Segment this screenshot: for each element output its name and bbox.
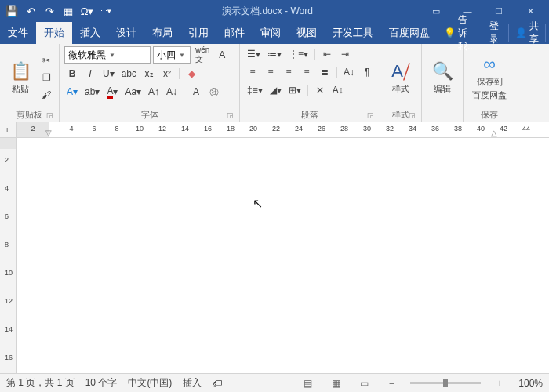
align-center-icon[interactable]: ≡ <box>263 64 278 80</box>
status-mode[interactable]: 插入 <box>183 376 202 390</box>
view-web-icon[interactable]: ▭ <box>355 376 373 390</box>
align-right-icon[interactable]: ≡ <box>281 64 296 80</box>
ruler-corner[interactable]: L <box>0 122 17 137</box>
strike-button[interactable]: abc <box>119 66 139 82</box>
superscript-button[interactable]: x² <box>159 66 175 82</box>
cut-icon[interactable]: ✂ <box>38 53 54 68</box>
indent-inc-icon[interactable]: ⇥ <box>337 46 353 62</box>
undo-icon[interactable]: ↶ <box>22 2 39 20</box>
status-lang[interactable]: 中文(中国) <box>128 376 172 390</box>
launcher-icon[interactable]: ◲ <box>407 111 416 121</box>
qat-customize-icon[interactable]: ⋯▾ <box>97 2 115 20</box>
save-to-label: 保存到 <box>477 76 503 88</box>
group-edit: 🔍 编辑 <box>422 44 464 122</box>
save-to-baidu-button[interactable]: ∞ 保存到 百度网盘 <box>468 46 511 109</box>
shading-icon[interactable]: ◢▾ <box>267 82 284 98</box>
multilevel-icon[interactable]: ⋮≡▾ <box>286 46 311 62</box>
cloud-icon: ∞ <box>483 54 496 74</box>
vertical-ruler[interactable]: 246810121416 <box>0 138 17 378</box>
numbering-icon[interactable]: ≔▾ <box>265 46 284 62</box>
ruler-tick: 8 <box>5 241 9 249</box>
char-border-icon[interactable]: A <box>214 47 230 63</box>
bold-button[interactable]: B <box>64 66 80 82</box>
group-paragraph: ☰▾ ≔▾ ⋮≡▾ ⇤ ⇥ ≡ ≡ ≡ ≡ ≣ A↓ ¶ ‡≡▾ ◢▾ ⊞▾ <box>240 44 380 122</box>
maximize-icon[interactable]: ☐ <box>483 2 514 20</box>
zoom-out-button[interactable]: − <box>384 376 399 391</box>
tab-view[interactable]: 视图 <box>289 22 325 44</box>
subscript-button[interactable]: x₂ <box>141 66 157 82</box>
status-words[interactable]: 10 个字 <box>85 376 118 390</box>
justify-icon[interactable]: ≡ <box>299 64 314 80</box>
ruler-tick: 10 <box>136 125 144 132</box>
text-effects-icon[interactable]: A▾ <box>64 84 80 100</box>
indent-dec-icon[interactable]: ⇤ <box>319 46 335 62</box>
char-scale-icon[interactable]: Aa▾ <box>122 84 144 100</box>
document-page[interactable]: ↖ <box>17 138 549 378</box>
launcher-icon[interactable]: ◲ <box>45 111 54 121</box>
ruler-tick: 12 <box>158 125 166 132</box>
zoom-in-button[interactable]: + <box>492 376 507 391</box>
ribbon-options-icon[interactable]: ▭ <box>420 2 452 20</box>
login-button[interactable]: 登录 <box>483 24 507 42</box>
shrink-font-icon[interactable]: A↓ <box>164 84 180 100</box>
sort-icon[interactable]: A↓ <box>341 64 357 80</box>
launcher-icon[interactable]: ◲ <box>225 111 235 121</box>
format-painter-icon[interactable]: 🖌 <box>38 87 54 103</box>
redo-icon[interactable]: ↷ <box>41 2 58 20</box>
grow-font-icon[interactable]: A↑ <box>146 84 162 100</box>
font-size-combo[interactable]: 小四▼ <box>153 46 191 64</box>
ruler-tick: 40 <box>477 125 485 132</box>
snap-grid-icon[interactable]: ✕ <box>312 82 328 98</box>
zoom-slider[interactable] <box>410 382 481 384</box>
enclosed-char-icon[interactable]: A <box>188 84 204 100</box>
status-extra[interactable]: 🏷 <box>213 378 222 389</box>
tab-design[interactable]: 设计 <box>108 22 144 44</box>
view-print-icon[interactable]: ▦ <box>327 376 344 390</box>
italic-button[interactable]: I <box>82 66 98 82</box>
highlight-icon[interactable]: ab▾ <box>82 84 102 100</box>
indent-marker-icon[interactable]: △ <box>491 129 497 137</box>
tab-developer[interactable]: 开发工具 <box>325 22 381 44</box>
tell-me[interactable]: 💡 告诉我... <box>438 24 482 42</box>
styles-button[interactable]: A⧸ 样式 <box>385 46 416 109</box>
tab-insert[interactable]: 插入 <box>72 22 108 44</box>
paste-button[interactable]: 📋 粘贴 <box>5 46 36 109</box>
tab-baidu[interactable]: 百度网盘 <box>381 22 438 44</box>
tab-review[interactable]: 审阅 <box>253 22 289 44</box>
tab-home[interactable]: 开始 <box>36 22 72 44</box>
ribbon-tabs: 文件 开始 插入 设计 布局 引用 邮件 审阅 视图 开发工具 百度网盘 💡 告… <box>0 22 549 44</box>
para-btn2[interactable]: A↕ <box>330 82 346 98</box>
omega-icon[interactable]: Ω▾ <box>78 2 96 20</box>
close-icon[interactable]: ✕ <box>514 2 546 20</box>
tab-file[interactable]: 文件 <box>0 22 36 44</box>
edit-button[interactable]: 🔍 编辑 <box>427 46 458 109</box>
view-read-icon[interactable]: ▤ <box>299 376 316 390</box>
line-spacing-icon[interactable]: ‡≡▾ <box>245 82 265 98</box>
circle-char-icon[interactable]: ㊓ <box>206 84 222 100</box>
ruler-tick: 36 <box>431 125 439 132</box>
phonetic-guide-icon[interactable]: wén文 <box>193 47 212 63</box>
tab-layout[interactable]: 布局 <box>144 22 180 44</box>
show-marks-icon[interactable]: ¶ <box>359 64 375 80</box>
font-color-icon[interactable]: A▾ <box>104 84 120 100</box>
save-icon[interactable]: 💾 <box>3 2 20 20</box>
share-button[interactable]: 👤 共享 <box>508 24 546 42</box>
horizontal-ruler[interactable]: L 2 ▽ △ 46810121416182022242628303234363… <box>0 122 549 138</box>
tab-references[interactable]: 引用 <box>180 22 216 44</box>
zoom-thumb[interactable] <box>443 379 448 387</box>
borders-icon[interactable]: ⊞▾ <box>286 82 304 98</box>
indent-marker-icon[interactable]: ▽ <box>45 129 52 137</box>
ruler-tick: 42 <box>500 125 507 132</box>
tab-mailings[interactable]: 邮件 <box>216 22 253 44</box>
launcher-icon[interactable]: ◲ <box>365 111 375 121</box>
font-name-combo[interactable]: 微软雅黑▼ <box>64 46 151 64</box>
qat-btn-1[interactable]: ▦ <box>60 2 77 20</box>
copy-icon[interactable]: ❐ <box>38 70 54 85</box>
bullets-icon[interactable]: ☰▾ <box>245 46 263 62</box>
distribute-icon[interactable]: ≣ <box>317 64 333 80</box>
underline-button[interactable]: U▾ <box>100 66 117 82</box>
zoom-value[interactable]: 100% <box>518 378 543 389</box>
align-left-icon[interactable]: ≡ <box>245 64 260 80</box>
clear-format-icon[interactable]: ◆ <box>184 66 199 82</box>
status-page[interactable]: 第 1 页，共 1 页 <box>6 376 75 390</box>
